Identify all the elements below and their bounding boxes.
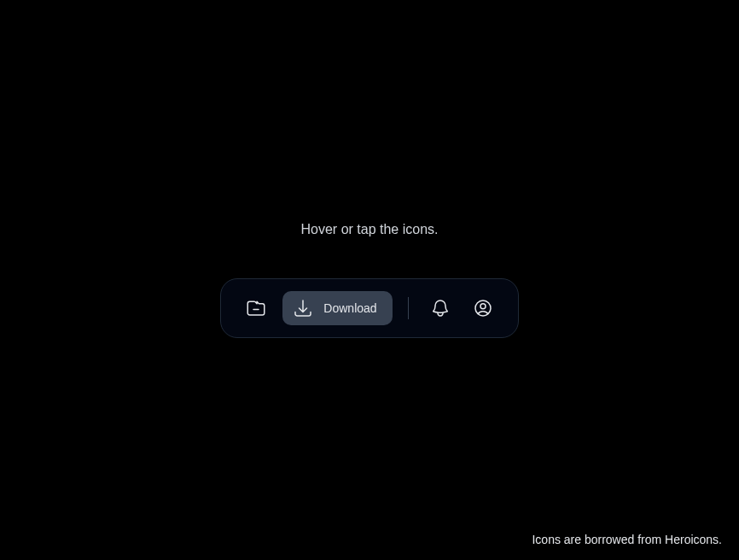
folder-minus-icon [246,298,266,318]
bell-icon [430,298,451,318]
remove-folder-button[interactable] [240,292,272,324]
arrow-down-tray-icon [293,298,313,318]
toolbar-divider [408,297,409,319]
profile-button[interactable] [467,292,499,324]
instruction-text: Hover or tap the icons. [301,222,439,237]
icon-toolbar: Download [220,278,518,338]
notifications-button[interactable] [424,292,457,324]
footer-credit: Icons are borrowed from Heroicons. [532,533,722,546]
user-circle-icon [473,298,493,318]
download-button[interactable]: Download [282,291,392,325]
download-label: Download [323,301,376,315]
